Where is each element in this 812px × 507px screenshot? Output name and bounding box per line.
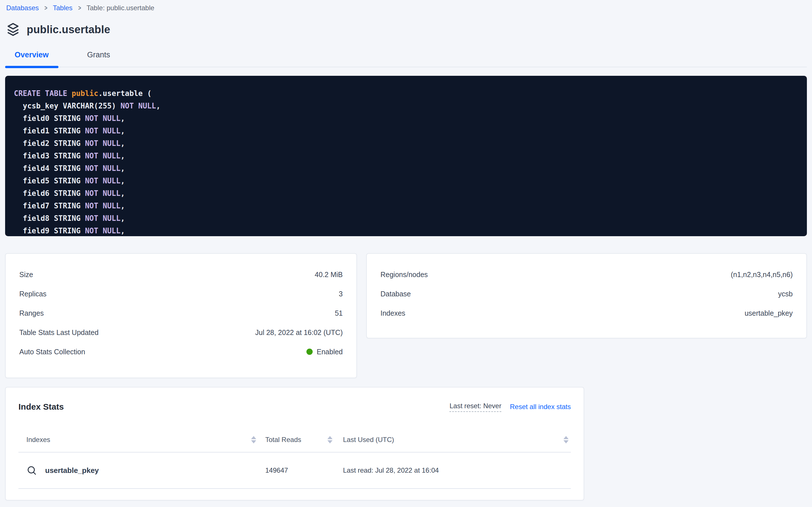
stack-icon: [6, 22, 20, 37]
summary-row-database: Database ycsb: [380, 284, 793, 303]
summary-value: usertable_pkey: [745, 309, 793, 317]
index-table-row[interactable]: usertable_pkey 149647 Last read: Jul 28,…: [18, 452, 571, 489]
table-details-page: Databases > Tables > Table: public.usert…: [0, 0, 812, 507]
summary-value: Enabled: [306, 348, 343, 356]
index-stats-title: Index Stats: [18, 402, 64, 412]
index-stats-card: Index Stats Last reset: Never Reset all …: [5, 387, 584, 501]
sort-icon[interactable]: [251, 436, 256, 443]
sql-line: field7 STRING NOT NULL,: [14, 200, 798, 212]
summary-row-size: Size 40.2 MiB: [19, 265, 343, 284]
last-used-cell: Last read: Jul 28, 2022 at 16:04: [343, 466, 571, 474]
summary-row-auto-stats: Auto Stats Collection Enabled: [19, 342, 343, 361]
summary-row-indexes: Indexes usertable_pkey: [380, 303, 793, 323]
summary-value: 51: [335, 309, 343, 317]
column-header-last-used[interactable]: Last Used (UTC): [343, 436, 571, 444]
summary-label: Replicas: [19, 290, 47, 298]
status-badge: Enabled: [317, 348, 343, 356]
total-reads-cell: 149647: [265, 466, 332, 474]
summary-row-replicas: Replicas 3: [19, 284, 343, 303]
index-name-cell: usertable_pkey: [18, 465, 256, 476]
page-title: public.usertable: [27, 23, 110, 36]
sql-line: CREATE TABLE public.usertable (: [14, 87, 798, 100]
tab-bar: Overview Grants: [5, 51, 807, 67]
breadcrumb: Databases > Tables > Table: public.usert…: [5, 0, 807, 12]
sql-line: field2 STRING NOT NULL,: [14, 137, 798, 150]
index-name[interactable]: usertable_pkey: [45, 466, 99, 475]
summary-cards-row: Size 40.2 MiB Replicas 3 Ranges 51 Table…: [5, 253, 807, 378]
enabled-status-dot: [306, 349, 313, 355]
summary-label: Size: [19, 271, 33, 279]
summary-label: Regions/nodes: [380, 271, 428, 279]
magnifier-icon: [26, 465, 37, 476]
breadcrumb-databases[interactable]: Databases: [6, 4, 39, 12]
create-table-sql-block[interactable]: CREATE TABLE public.usertable ( ycsb_key…: [5, 76, 807, 236]
summary-row-stats-updated: Table Stats Last Updated Jul 28, 2022 at…: [19, 323, 343, 342]
index-stats-header: Index Stats Last reset: Never Reset all …: [18, 402, 571, 412]
column-label: Indexes: [26, 436, 50, 444]
sql-line: field1 STRING NOT NULL,: [14, 125, 798, 137]
active-tab-underline: [5, 66, 58, 68]
summary-value: (n1,n2,n3,n4,n5,n6): [731, 271, 793, 279]
sql-line: field3 STRING NOT NULL,: [14, 150, 798, 162]
column-label: Last Used (UTC): [343, 436, 394, 444]
reset-all-index-stats-link[interactable]: Reset all index stats: [510, 403, 571, 411]
summary-row-regions: Regions/nodes (n1,n2,n3,n4,n5,n6): [380, 265, 793, 284]
column-label: Total Reads: [265, 436, 301, 444]
summary-value: 3: [339, 290, 343, 298]
summary-label: Ranges: [19, 309, 44, 317]
sql-line: field5 STRING NOT NULL,: [14, 175, 798, 187]
summary-label: Indexes: [380, 309, 405, 317]
summary-row-ranges: Ranges 51: [19, 303, 343, 323]
summary-value: Jul 28, 2022 at 16:02 (UTC): [255, 328, 343, 337]
summary-label: Auto Stats Collection: [19, 348, 85, 356]
chevron-right-icon: >: [44, 4, 47, 12]
sort-icon[interactable]: [563, 436, 569, 443]
database-summary-card: Regions/nodes (n1,n2,n3,n4,n5,n6) Databa…: [366, 253, 807, 338]
breadcrumb-current-table: Table: public.usertable: [86, 4, 154, 12]
last-reset-label[interactable]: Last reset: Never: [449, 402, 501, 412]
sql-line: field6 STRING NOT NULL,: [14, 187, 798, 200]
sql-line: ycsb_key VARCHAR(255) NOT NULL,: [14, 100, 798, 112]
sql-line: field9 STRING NOT NULL,: [14, 225, 798, 236]
tab-grants[interactable]: Grants: [78, 51, 119, 59]
index-stats-actions: Last reset: Never Reset all index stats: [449, 402, 571, 412]
summary-label: Database: [380, 290, 411, 298]
table-summary-card: Size 40.2 MiB Replicas 3 Ranges 51 Table…: [5, 253, 357, 378]
column-header-indexes[interactable]: Indexes: [18, 436, 256, 444]
chevron-right-icon: >: [78, 4, 81, 12]
sql-line: field4 STRING NOT NULL,: [14, 162, 798, 175]
index-table-header: Indexes Total Reads Last Used (UTC): [18, 428, 571, 452]
sort-icon[interactable]: [327, 436, 332, 443]
summary-value: 40.2 MiB: [315, 271, 343, 279]
sql-line: field8 STRING NOT NULL,: [14, 212, 798, 225]
breadcrumb-tables[interactable]: Tables: [53, 4, 72, 12]
sql-line: field0 STRING NOT NULL,: [14, 112, 798, 125]
summary-value: ycsb: [778, 290, 793, 298]
column-header-total-reads[interactable]: Total Reads: [265, 436, 332, 444]
summary-label: Table Stats Last Updated: [19, 328, 99, 337]
page-title-row: public.usertable: [5, 22, 807, 37]
tab-overview[interactable]: Overview: [5, 51, 58, 59]
